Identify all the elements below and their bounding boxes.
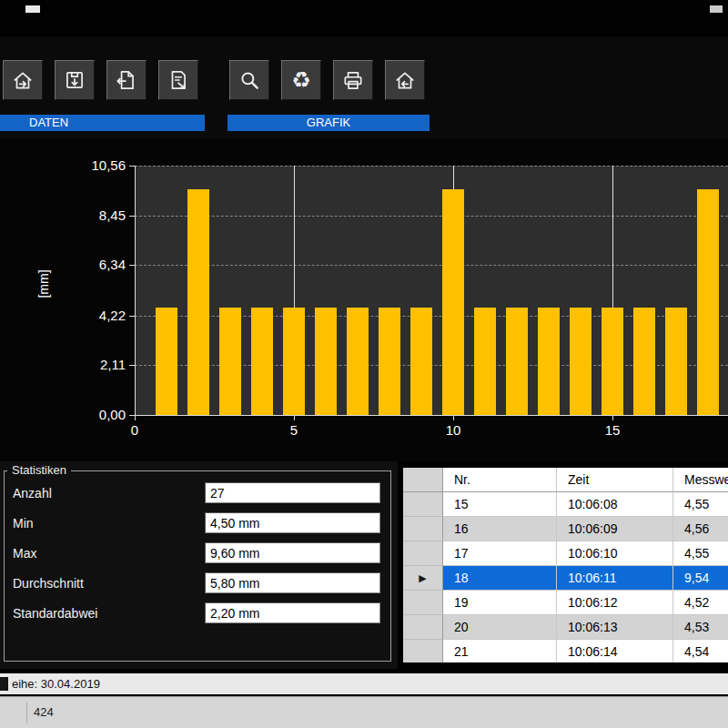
cell-messwert[interactable]: 4,53 bbox=[673, 615, 728, 640]
table-row[interactable]: 19 10:06:12 4,52 bbox=[403, 591, 728, 615]
x-tick bbox=[294, 415, 295, 420]
export-button[interactable] bbox=[106, 60, 147, 100]
y-tick bbox=[129, 365, 135, 366]
bottom-bar-text: 424 bbox=[34, 697, 54, 728]
daten-group-label: DATEN bbox=[0, 115, 205, 131]
x-tick bbox=[612, 415, 613, 420]
bottom-bar-separator bbox=[26, 702, 27, 723]
current-row-arrow-icon: ▶ bbox=[419, 572, 426, 584]
bar bbox=[697, 189, 719, 415]
bottom-status-bar: 424 bbox=[0, 696, 728, 728]
cell-zeit[interactable]: 10:06:11 bbox=[557, 566, 673, 591]
page-export-icon bbox=[115, 68, 138, 92]
cell-nr[interactable]: 16 bbox=[443, 517, 557, 541]
column-header-zeit[interactable]: Zeit bbox=[557, 468, 673, 492]
status-bar-mark bbox=[0, 677, 8, 691]
gridline-h bbox=[135, 216, 728, 217]
anzahl-label: Anzahl bbox=[13, 486, 52, 500]
cell-zeit[interactable]: 10:06:10 bbox=[557, 541, 673, 566]
bar bbox=[347, 308, 369, 415]
measurements-table: Nr. Zeit Messwe 15 10:06:08 4,55 16 10:0… bbox=[403, 468, 728, 662]
bar bbox=[251, 308, 273, 415]
y-tick-label: 2,11 bbox=[78, 357, 126, 372]
y-tick bbox=[129, 166, 135, 167]
table-row-selected[interactable]: ▶ 18 10:06:11 9,54 bbox=[403, 566, 728, 591]
cell-messwert[interactable]: 4,52 bbox=[673, 591, 728, 615]
gridline-h bbox=[135, 265, 728, 266]
statistics-panel: Statistiken Anzahl Min Max Durchschnitt … bbox=[0, 461, 398, 669]
x-tick-label: 10 bbox=[446, 422, 461, 438]
row-selector[interactable] bbox=[403, 615, 443, 640]
row-selector[interactable] bbox=[403, 640, 443, 662]
cell-nr[interactable]: 18 bbox=[443, 566, 557, 591]
printer-icon bbox=[341, 68, 365, 92]
document-export-icon bbox=[167, 68, 190, 92]
table-row[interactable]: 16 10:06:09 4,56 bbox=[403, 517, 728, 541]
open-button[interactable] bbox=[3, 60, 43, 100]
bar bbox=[156, 308, 177, 415]
x-tick-label: 0 bbox=[131, 422, 138, 438]
y-axis-title: [mm] bbox=[36, 264, 51, 304]
cell-zeit[interactable]: 10:06:12 bbox=[557, 591, 673, 615]
cell-messwert[interactable]: 4,55 bbox=[673, 492, 728, 517]
report-button[interactable] bbox=[158, 60, 198, 100]
cell-nr[interactable]: 17 bbox=[443, 541, 557, 566]
cell-zeit[interactable]: 10:06:14 bbox=[557, 640, 673, 662]
save-arrow-icon bbox=[63, 68, 86, 92]
row-selector[interactable] bbox=[403, 591, 443, 615]
cell-zeit[interactable]: 10:06:08 bbox=[557, 492, 673, 517]
column-header-messwert[interactable]: Messwe bbox=[673, 468, 728, 492]
zoom-button[interactable] bbox=[229, 60, 269, 100]
cell-nr[interactable]: 15 bbox=[443, 492, 557, 517]
durchschnitt-label: Durchschnitt bbox=[13, 576, 84, 591]
print-button[interactable] bbox=[333, 60, 373, 100]
house-arrow-icon bbox=[11, 68, 35, 92]
cell-messwert[interactable]: 9,54 bbox=[673, 566, 728, 591]
cell-messwert[interactable]: 4,56 bbox=[673, 517, 728, 541]
max-field[interactable] bbox=[205, 542, 380, 563]
cell-zeit[interactable]: 10:06:09 bbox=[557, 517, 673, 541]
row-selector[interactable] bbox=[403, 541, 443, 566]
home-button[interactable] bbox=[385, 60, 425, 100]
cell-messwert[interactable]: 4,55 bbox=[673, 541, 728, 566]
bar bbox=[506, 308, 528, 415]
standardabw-field[interactable] bbox=[205, 602, 380, 623]
bar bbox=[633, 308, 655, 415]
row-selector-current[interactable]: ▶ bbox=[403, 566, 443, 591]
cell-nr[interactable]: 19 bbox=[443, 591, 557, 615]
statistics-groupbox-title: Statistiken bbox=[7, 463, 71, 477]
bar bbox=[602, 308, 623, 415]
min-field[interactable] bbox=[205, 512, 380, 533]
status-bar: eihe: 30.04.2019 bbox=[0, 673, 728, 694]
x-tick bbox=[453, 415, 454, 420]
table-row[interactable]: 20 10:06:13 4,53 bbox=[403, 615, 728, 640]
cell-zeit[interactable]: 10:06:13 bbox=[557, 615, 673, 640]
recycle-icon: ♻ bbox=[291, 69, 311, 91]
bar bbox=[315, 308, 337, 415]
chart-area: [mm] 0,002,114,226,348,4510,56051015 bbox=[0, 138, 728, 461]
toolbar: ♻ DATEN GRAFIK bbox=[0, 36, 728, 138]
cell-nr[interactable]: 20 bbox=[443, 615, 557, 640]
status-bar-text: eihe: 30.04.2019 bbox=[12, 673, 100, 694]
bar bbox=[410, 308, 432, 415]
bar bbox=[283, 308, 305, 415]
table-header-gutter[interactable] bbox=[403, 468, 443, 492]
save-button[interactable] bbox=[55, 60, 95, 100]
bar bbox=[219, 308, 241, 415]
cell-messwert[interactable]: 4,54 bbox=[673, 640, 728, 662]
bar bbox=[665, 308, 687, 415]
row-selector[interactable] bbox=[403, 492, 443, 517]
durchschnitt-field[interactable] bbox=[205, 572, 380, 593]
row-selector[interactable] bbox=[403, 517, 443, 541]
refresh-button[interactable]: ♻ bbox=[281, 60, 321, 100]
table-row[interactable]: 15 10:06:08 4,55 bbox=[403, 492, 728, 517]
y-axis-line bbox=[135, 166, 136, 415]
bar bbox=[442, 189, 464, 415]
table-row[interactable]: 21 10:06:14 4,54 bbox=[403, 640, 728, 662]
table-row[interactable]: 17 10:06:10 4,55 bbox=[403, 541, 728, 566]
anzahl-field[interactable] bbox=[205, 482, 380, 503]
column-header-nr[interactable]: Nr. bbox=[443, 468, 557, 492]
cell-nr[interactable]: 21 bbox=[443, 640, 557, 662]
x-tick bbox=[135, 415, 136, 420]
y-tick bbox=[129, 265, 135, 266]
